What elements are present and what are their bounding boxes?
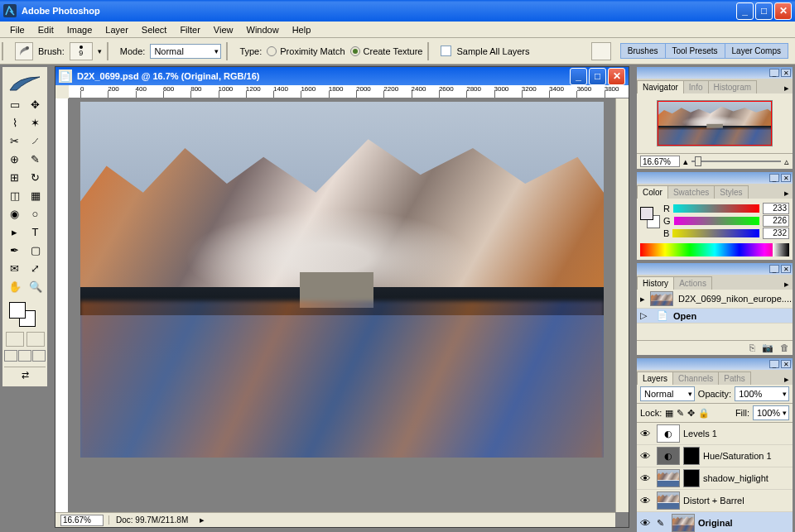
panel-menu[interactable]: ▸ xyxy=(781,374,793,385)
menu-window[interactable]: Window xyxy=(240,23,286,36)
close-button[interactable]: ✕ xyxy=(774,2,792,20)
nav-zoom-input[interactable] xyxy=(640,156,680,167)
menu-help[interactable]: Help xyxy=(286,23,318,36)
tab-swatches[interactable]: Swatches xyxy=(667,185,715,199)
tab-info[interactable]: Info xyxy=(683,80,709,93)
zoom-input[interactable] xyxy=(60,515,104,526)
menu-edit[interactable]: Edit xyxy=(31,23,60,36)
lock-position-icon[interactable]: ✥ xyxy=(687,408,695,419)
tool-healing[interactable]: ⊕ xyxy=(4,150,25,168)
tool-crop[interactable]: ✂ xyxy=(4,132,25,150)
minimize-button[interactable]: _ xyxy=(736,2,754,20)
tool-dodge[interactable]: ○ xyxy=(25,204,46,223)
radio-create-texture[interactable]: Create Texture xyxy=(350,46,423,56)
doc-minimize[interactable]: _ xyxy=(570,68,587,85)
zoom-slider[interactable] xyxy=(691,157,781,165)
opacity-input[interactable]: 100% xyxy=(735,386,789,401)
panel-menu[interactable]: ▸ xyxy=(781,83,793,93)
layer-name[interactable]: shadow_higlight xyxy=(703,473,768,483)
tab-channels[interactable]: Channels xyxy=(672,371,719,385)
blend-mode-select[interactable]: Normal xyxy=(640,386,695,401)
checkbox-sample-all[interactable] xyxy=(441,46,451,56)
menu-select[interactable]: Select xyxy=(135,23,174,36)
history-step[interactable]: ▷ 📄 Open xyxy=(637,309,793,324)
layer-thumb[interactable] xyxy=(672,514,695,532)
current-tool-icon[interactable] xyxy=(15,42,33,60)
layer-name[interactable]: Levels 1 xyxy=(683,429,717,439)
menu-filter[interactable]: Filter xyxy=(173,23,206,36)
layer-row[interactable]: 👁 Distort + Barrel xyxy=(637,490,793,512)
panel-close[interactable]: ✕ xyxy=(781,360,791,368)
zoom-out-icon[interactable]: ▴ xyxy=(683,156,688,167)
tool-path-select[interactable]: ▸ xyxy=(4,223,25,241)
doc-close[interactable]: ✕ xyxy=(608,68,625,85)
panel-menu[interactable]: ▸ xyxy=(781,188,793,199)
visibility-icon[interactable]: 👁 xyxy=(640,450,653,463)
layer-row[interactable]: 👁 ◐ Levels 1 xyxy=(637,423,793,445)
new-doc-icon[interactable]: ⎘ xyxy=(749,343,755,353)
well-tab-tool-presets[interactable]: Tool Presets xyxy=(665,43,725,59)
layer-row[interactable]: 👁 ✎ Original xyxy=(637,512,793,532)
panel-close[interactable]: ✕ xyxy=(781,69,791,77)
panel-minimize[interactable]: _ xyxy=(769,174,779,182)
well-tab-brushes[interactable]: Brushes xyxy=(620,43,666,59)
tool-stamp[interactable]: ⊞ xyxy=(4,168,25,186)
layer-name[interactable]: Distort + Barrel xyxy=(683,496,744,506)
g-value[interactable]: 226 xyxy=(763,215,789,227)
color-ramp[interactable] xyxy=(640,243,789,256)
tab-history[interactable]: History xyxy=(637,276,674,290)
b-slider[interactable] xyxy=(672,229,759,237)
r-value[interactable]: 233 xyxy=(763,203,789,214)
foreground-color[interactable] xyxy=(9,302,26,319)
history-snapshot[interactable]: ▸ D2X_0699_nikon_europe.... xyxy=(637,290,793,309)
tool-move[interactable]: ✥ xyxy=(25,95,46,113)
layer-thumb[interactable] xyxy=(657,469,680,487)
color-swatches[interactable] xyxy=(4,300,46,328)
lock-transparency-icon[interactable]: ▦ xyxy=(665,408,673,419)
visibility-icon[interactable]: 👁 xyxy=(640,495,653,507)
layer-thumb[interactable] xyxy=(657,491,680,510)
fill-input[interactable]: 100% xyxy=(753,405,789,420)
panel-menu[interactable]: ▸ xyxy=(781,279,793,290)
tool-type[interactable]: T xyxy=(25,223,46,241)
tab-actions[interactable]: Actions xyxy=(673,276,712,290)
tool-brush[interactable]: ✎ xyxy=(25,150,46,168)
layer-row[interactable]: 👁 ◐ Hue/Saturation 1 xyxy=(637,445,793,467)
tool-eyedropper[interactable]: ⤢ xyxy=(25,259,46,277)
tool-gradient[interactable]: ▦ xyxy=(25,186,46,204)
layer-name[interactable]: Original xyxy=(698,518,733,528)
tool-pen[interactable]: ✒ xyxy=(4,241,25,259)
tab-histogram[interactable]: Histogram xyxy=(708,80,758,93)
r-slider[interactable] xyxy=(673,204,759,213)
scrollbar-vertical[interactable] xyxy=(615,98,629,512)
mode-select[interactable]: Normal xyxy=(150,44,221,59)
menu-image[interactable]: Image xyxy=(60,23,99,36)
color-fg-bg[interactable] xyxy=(640,207,658,235)
tool-history-brush[interactable]: ↻ xyxy=(25,168,46,186)
mask-thumb[interactable] xyxy=(683,469,700,487)
maximize-button[interactable]: □ xyxy=(755,2,773,20)
b-value[interactable]: 232 xyxy=(763,228,789,239)
panel-minimize[interactable]: _ xyxy=(769,265,779,273)
tool-shape[interactable]: ▢ xyxy=(25,241,46,259)
tool-slice[interactable]: ⟋ xyxy=(25,132,46,150)
tool-eraser[interactable]: ◫ xyxy=(4,186,25,204)
tool-hand[interactable]: ✋ xyxy=(4,277,25,295)
layer-name[interactable]: Hue/Saturation 1 xyxy=(703,451,772,461)
canvas[interactable] xyxy=(80,102,604,458)
ruler-horizontal[interactable]: 0200400600800100012001400160018002000220… xyxy=(69,85,629,98)
tab-color[interactable]: Color xyxy=(637,185,668,199)
visibility-icon[interactable]: 👁 xyxy=(640,517,653,530)
tab-layers[interactable]: Layers xyxy=(637,371,673,385)
tool-magic-wand[interactable]: ✶ xyxy=(25,113,46,132)
panel-minimize[interactable]: _ xyxy=(769,69,779,77)
brush-preset[interactable]: 9 xyxy=(70,42,93,60)
ruler-vertical[interactable] xyxy=(55,98,69,512)
tool-notes[interactable]: ✉ xyxy=(4,259,25,277)
layer-row[interactable]: 👁 shadow_higlight xyxy=(637,467,793,490)
tool-blur[interactable]: ◉ xyxy=(4,204,25,223)
navigator-thumbnail[interactable] xyxy=(657,100,773,146)
well-tab-layer-comps[interactable]: Layer Comps xyxy=(725,43,788,59)
tab-paths[interactable]: Paths xyxy=(718,371,751,385)
screen-mode-buttons[interactable] xyxy=(4,350,46,362)
